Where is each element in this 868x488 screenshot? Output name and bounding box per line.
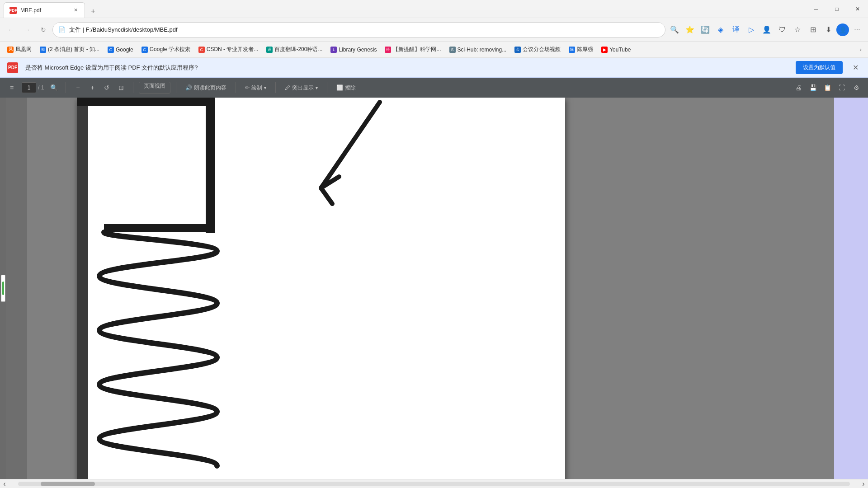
browser-essentials-icon[interactable]: 🔄 (698, 23, 712, 37)
bookmark-libgen[interactable]: L Library Genesis (327, 45, 380, 55)
read-aloud-label: 朗读此页内容 (194, 84, 226, 92)
bookmark-youtube[interactable]: ▶ YouTube (598, 45, 634, 55)
shield-icon[interactable]: 🛡 (775, 23, 789, 37)
notification-pdf-icon: PDF (7, 62, 18, 73)
bookmark-label-google-scholar: Google 学术搜索 (150, 46, 190, 53)
scrollbar-area: ‹ › (0, 479, 868, 488)
bookmarks-bar: 凤 凤凰网 知 (2 条消息) 首页 - 知... G Google G Goo… (0, 42, 868, 58)
forward-button[interactable]: → (20, 23, 34, 37)
collections-icon[interactable]: ⭐ (683, 23, 697, 37)
pdf-divider-3 (176, 82, 176, 93)
bookmark-fenghuang[interactable]: 凤 凤凰网 (4, 44, 35, 55)
edge-copilot-icon[interactable]: ◈ (713, 23, 728, 37)
bookmark-csdn[interactable]: C CSDN - 专业开发者... (195, 44, 262, 55)
read-aloud-icon: 🔊 (185, 84, 192, 91)
pdf-fit-button[interactable]: ⊡ (115, 81, 127, 94)
pdf-right-panel (834, 98, 868, 479)
bookmark-favicon-fenghuang: 凤 (7, 47, 14, 53)
pdf-search-button[interactable]: 🔍 (47, 81, 60, 94)
svg-rect-2 (206, 98, 215, 233)
bookmark-favicon-youtube: ▶ (601, 47, 608, 53)
highlight-label: 突出显示 (292, 84, 314, 92)
bookmark-zhihu[interactable]: 知 (2 条消息) 首页 - 知... (36, 44, 103, 55)
tab-close-button[interactable]: ✕ (72, 7, 79, 14)
bookmark-google-scholar[interactable]: G Google 学术搜索 (138, 44, 194, 55)
active-tab[interactable]: PDF MBE.pdf ✕ (4, 2, 85, 18)
translate-icon[interactable]: 译 (729, 23, 743, 37)
bookmark-google[interactable]: G Google (104, 45, 137, 55)
pdf-save-button[interactable]: 💾 (807, 81, 819, 94)
pdf-extract-button[interactable]: 📋 (821, 81, 834, 94)
bookmark-favicon-google: G (108, 47, 114, 53)
pdf-page (77, 98, 565, 479)
bookmarks-more-button[interactable]: › (857, 45, 864, 55)
bookmark-label-chen: 陈厚强 (577, 46, 593, 53)
pdf-zoom-out-button[interactable]: − (71, 81, 84, 94)
bookmark-conference[interactable]: 会 会议分会场视频 (511, 44, 564, 55)
bookmark-scihub[interactable]: S Sci-Hub: removing... (446, 45, 510, 55)
pdf-menu-button[interactable]: ≡ (5, 81, 18, 94)
more-options-icon[interactable]: ··· (850, 23, 864, 37)
search-toolbar-icon[interactable]: 🔍 (667, 23, 682, 37)
close-button[interactable]: ✕ (847, 0, 868, 18)
tab-favicon: PDF (9, 7, 17, 14)
pdf-content-area (0, 98, 868, 479)
bookmark-chen[interactable]: 陈 陈厚强 (565, 44, 597, 55)
set-default-button[interactable]: 设置为默认值 (796, 61, 843, 74)
tab-area: PDF MBE.pdf ✕ + (0, 0, 99, 18)
pdf-draw-button[interactable]: ✏ 绘制 ▾ (241, 82, 270, 94)
download-icon[interactable]: ⬇ (821, 23, 835, 37)
bookmark-label-conference: 会议分会场视频 (523, 46, 561, 53)
url-bar[interactable]: 📄 文件 | F:/BaiduSyncdisk/desktop/MBE.pdf (52, 22, 665, 38)
pdf-arrow-svg (289, 98, 425, 233)
pdf-divider-2 (133, 82, 133, 93)
bookmark-label-baidu-translate: 百度翻译-200种语... (274, 46, 322, 53)
pdf-right-toolbar: 🖨 💾 📋 ⛶ ⚙ (792, 81, 863, 94)
bookmark-label-scihub: Sci-Hub: removing... (458, 47, 507, 53)
star-icon[interactable]: ☆ (790, 23, 805, 37)
person-icon[interactable]: 👤 (760, 23, 774, 37)
scroll-left-button[interactable]: ‹ (0, 479, 9, 488)
pdf-print-button[interactable]: 🖨 (792, 81, 805, 94)
bookmark-label-zhihu: (2 条消息) 首页 - 知... (48, 46, 99, 53)
bookmark-favicon-scihub: S (449, 47, 456, 53)
pdf-rotate-button[interactable]: ↺ (100, 81, 113, 94)
pdf-read-aloud-button[interactable]: 🔊 朗读此页内容 (182, 82, 230, 94)
pdf-zoom-in-button[interactable]: + (86, 81, 99, 94)
h-scrollbar-thumb[interactable] (41, 482, 95, 486)
bookmark-scinet[interactable]: 科 【新提醒】科学网... (381, 44, 444, 55)
pdf-zoom-controls: − + ↺ ⊡ (71, 81, 127, 94)
back-button[interactable]: ← (4, 23, 18, 37)
bookmark-favicon-zhihu: 知 (40, 47, 46, 53)
pdf-page-view-button[interactable]: 页面视图 (139, 82, 170, 94)
url-text: 文件 | F:/BaiduSyncdisk/desktop/MBE.pdf (69, 26, 660, 34)
vertical-scrollbar[interactable] (0, 98, 6, 479)
pdf-highlight-button[interactable]: 🖊 突出显示 ▾ (281, 82, 321, 94)
pdf-settings-button[interactable]: ⚙ (850, 81, 863, 94)
profile-icon[interactable]: 👤 (836, 23, 849, 36)
pdf-divider-6 (327, 82, 327, 93)
bookmark-label-youtube: YouTube (609, 47, 631, 53)
draw-arrow-icon: ▾ (264, 85, 266, 90)
notification-close-button[interactable]: ✕ (850, 62, 861, 73)
minimize-button[interactable]: ─ (806, 0, 826, 18)
bookmark-label-csdn: CSDN - 专业开发者... (207, 46, 259, 53)
scroll-thumb[interactable] (1, 275, 5, 302)
forward-icon[interactable]: ▷ (744, 23, 759, 37)
bookmark-baidu-translate[interactable]: 译 百度翻译-200种语... (263, 44, 326, 55)
pdf-divider-4 (236, 82, 236, 93)
pdf-page-input[interactable] (22, 82, 36, 93)
pdf-divider-5 (275, 82, 276, 93)
sidebar-icon[interactable]: ⊞ (806, 23, 820, 37)
pdf-erase-button[interactable]: ⬜ 擦除 (333, 82, 359, 94)
scroll-right-button[interactable]: › (859, 479, 868, 488)
bookmark-label-google: Google (116, 47, 133, 53)
refresh-button[interactable]: ↻ (36, 23, 51, 37)
maximize-button[interactable]: □ (826, 0, 847, 18)
pdf-fullscreen-button[interactable]: ⛶ (835, 81, 848, 94)
pdf-page-view-label: 页面视图 (144, 83, 165, 89)
browser-toolbar-icons: 🔍 ⭐ 🔄 ◈ 译 ▷ 👤 🛡 ☆ ⊞ ⬇ 👤 ··· (667, 23, 864, 37)
bookmark-favicon-conference: 会 (514, 47, 521, 53)
horizontal-scrollbar[interactable] (18, 482, 850, 486)
new-tab-button[interactable]: + (87, 5, 99, 18)
